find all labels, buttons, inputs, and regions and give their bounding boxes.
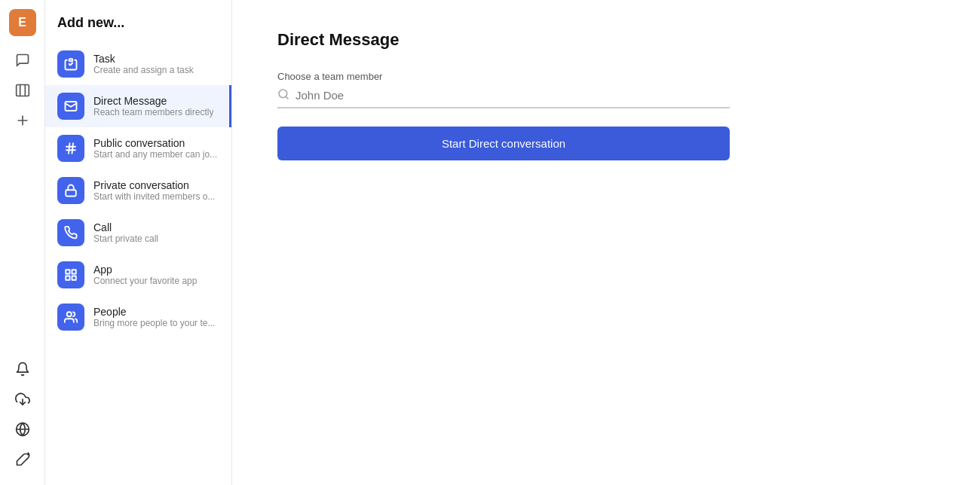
- globe-icon[interactable]: [9, 416, 36, 443]
- public-desc: Start and any member can jo...: [93, 149, 217, 160]
- svg-line-13: [72, 143, 74, 154]
- chat-icon[interactable]: [9, 47, 36, 74]
- svg-rect-15: [66, 270, 69, 273]
- team-member-search-input[interactable]: [296, 89, 730, 102]
- choose-label: Choose a team member: [277, 71, 935, 82]
- svg-rect-0: [16, 85, 29, 96]
- svg-line-12: [69, 143, 70, 154]
- dm-desc: Reach team members directly: [93, 107, 213, 117]
- people-icon: [57, 304, 84, 331]
- call-label: Call: [93, 221, 158, 233]
- menu-item-public-conversation[interactable]: Public conversation Start and any member…: [45, 127, 231, 169]
- svg-rect-17: [66, 276, 69, 280]
- app-desc: Connect your favorite app: [93, 276, 197, 286]
- task-label: Task: [93, 53, 194, 65]
- call-desc: Start private call: [93, 233, 158, 244]
- public-label: Public conversation: [93, 137, 217, 149]
- avatar[interactable]: E: [9, 9, 36, 36]
- app-icon: [57, 261, 84, 288]
- search-icon: [277, 88, 289, 102]
- svg-line-21: [286, 96, 288, 99]
- menu-item-call[interactable]: Call Start private call: [45, 212, 231, 254]
- bell-icon[interactable]: [9, 355, 36, 383]
- private-conversation-icon: [57, 177, 84, 204]
- svg-rect-8: [69, 59, 73, 61]
- main-content: Direct Message Choose a team member Star…: [232, 0, 980, 485]
- search-row: [277, 88, 730, 108]
- task-desc: Create and assign a task: [93, 65, 194, 75]
- menu-item-people[interactable]: People Bring more people to your te...: [45, 296, 231, 338]
- people-desc: Bring more people to your te...: [93, 318, 215, 328]
- menu-panel: Add new... Task Create and assign a task…: [45, 0, 232, 485]
- menu-title: Add new...: [45, 15, 231, 43]
- private-label: Private conversation: [93, 179, 215, 191]
- sidebar-bottom-icons: [9, 355, 36, 485]
- svg-rect-14: [66, 190, 76, 196]
- add-new-icon[interactable]: [9, 107, 36, 134]
- contacts-icon[interactable]: [9, 77, 36, 104]
- call-icon: [57, 219, 84, 246]
- public-conversation-icon: [57, 135, 84, 162]
- svg-rect-16: [72, 270, 76, 273]
- start-direct-conversation-button[interactable]: Start Direct conversation: [277, 127, 730, 160]
- svg-point-19: [67, 312, 72, 316]
- brush-icon[interactable]: [9, 446, 36, 473]
- private-desc: Start with invited members o...: [93, 191, 215, 202]
- download-cloud-icon[interactable]: [9, 386, 36, 413]
- svg-rect-18: [72, 276, 76, 280]
- people-label: People: [93, 306, 215, 318]
- menu-item-task[interactable]: Task Create and assign a task: [45, 43, 231, 85]
- menu-item-direct-message[interactable]: Direct Message Reach team members direct…: [45, 85, 231, 127]
- app-label: App: [93, 264, 197, 276]
- dm-label: Direct Message: [93, 95, 213, 107]
- page-title: Direct Message: [277, 30, 935, 50]
- menu-item-private-conversation[interactable]: Private conversation Start with invited …: [45, 169, 231, 212]
- icon-sidebar: E: [0, 0, 45, 485]
- task-icon: [57, 50, 84, 78]
- direct-message-icon: [57, 93, 84, 120]
- menu-item-app[interactable]: App Connect your favorite app: [45, 254, 231, 296]
